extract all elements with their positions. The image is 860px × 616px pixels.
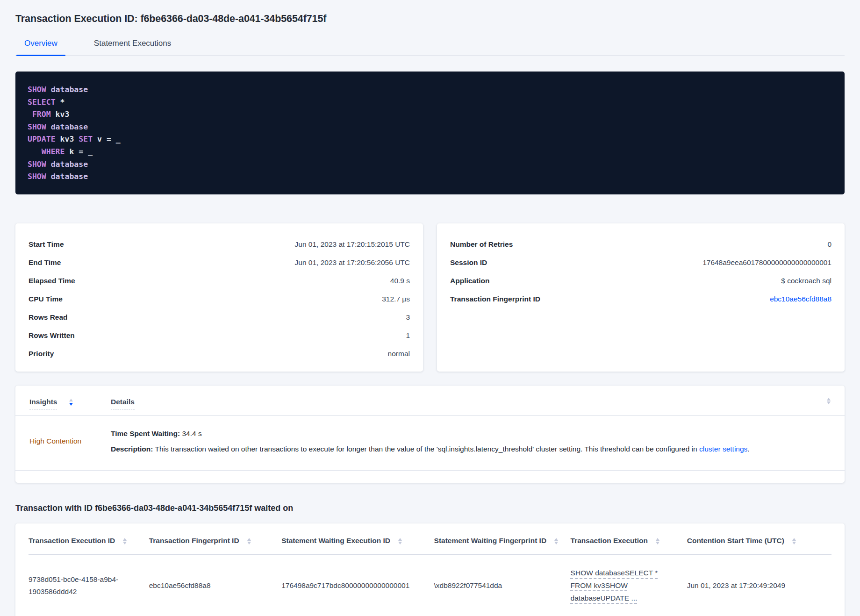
summary-value: Jun 01, 2023 at 17:20:15:2015 UTC	[295, 240, 410, 249]
summary-row: Rows Read3	[29, 308, 410, 327]
summary-row: CPU Time312.7 µs	[29, 290, 410, 308]
column-header[interactable]: Contention Start Time (UTC)	[687, 537, 784, 548]
summary-value: 1	[406, 331, 410, 340]
sql-line: FROM kv3	[28, 108, 832, 121]
sql-line: SELECT *	[28, 96, 832, 109]
insights-table: Insights Details High Contention Time Sp…	[15, 386, 845, 483]
summary-label: Application	[450, 277, 489, 285]
summary-row: Elapsed Time40.9 s	[29, 272, 410, 290]
tab-bar: Overview Statement Executions	[15, 39, 845, 56]
summary-label: Priority	[29, 350, 54, 358]
table-row: 9738d051-bc0e-4158-a9b4-1903586ddd42ebc1…	[29, 555, 831, 616]
summary-label: Rows Written	[29, 331, 75, 340]
sort-icon[interactable]	[656, 538, 659, 545]
column-header[interactable]: Transaction Execution	[571, 537, 648, 548]
waited-on-grid: Transaction Execution IDTransaction Fing…	[29, 537, 831, 616]
summary-value: 40.9 s	[390, 277, 410, 285]
summary-value-link[interactable]: ebc10ae56cfd88a8	[770, 295, 831, 303]
table-cell-value: 176498a9c717bdc80000000000000001	[281, 581, 409, 589]
sort-icon[interactable]	[554, 538, 558, 545]
waited-on-heading: Transaction with ID f6be6366-da03-48de-a…	[15, 503, 845, 513]
sort-icon[interactable]	[69, 399, 73, 406]
transaction-execution-preview-link[interactable]: SHOW databaseSELECT * FROM kv3SHOW datab…	[571, 569, 658, 602]
summary-row: Rows Written1	[29, 327, 410, 345]
column-header[interactable]: Transaction Fingerprint ID	[149, 537, 239, 548]
insights-table-header: Insights Details	[15, 398, 845, 416]
table-cell-value: 9738d051-bc0e-4158-a9b4-1903586ddd42	[29, 575, 118, 596]
waiting-time-line: Time Spent Waiting: 34.4 s	[111, 428, 831, 439]
sort-icon[interactable]	[398, 538, 402, 545]
sort-icon[interactable]	[247, 538, 251, 545]
column-header[interactable]: Statement Waiting Execution ID	[281, 537, 390, 548]
sql-line: SHOW database	[28, 121, 832, 134]
sql-line: SHOW database	[28, 171, 832, 183]
summary-label: Rows Read	[29, 313, 68, 322]
insight-badge: High Contention	[29, 437, 111, 445]
summary-label: Start Time	[29, 240, 64, 249]
insight-row: High Contention Time Spent Waiting: 34.4…	[15, 416, 845, 471]
summary-label: CPU Time	[29, 295, 63, 303]
summary-row: Transaction Fingerprint IDebc10ae56cfd88…	[450, 290, 831, 308]
table-cell-value: Jun 01, 2023 at 17:20:49:2049	[687, 581, 785, 589]
summary-row: Start TimeJun 01, 2023 at 17:20:15:2015 …	[29, 236, 410, 254]
waiting-time-value: 34.4 s	[180, 430, 202, 437]
summary-row: End TimeJun 01, 2023 at 17:20:56:2056 UT…	[29, 254, 410, 272]
summary-value: 3	[406, 313, 410, 322]
summary-label: End Time	[29, 258, 61, 267]
sort-icon[interactable]	[123, 538, 127, 545]
summary-row: Number of Retries0	[450, 236, 831, 254]
sql-line: SHOW database	[28, 84, 832, 96]
summary-row: Application$ cockroach sql	[450, 272, 831, 290]
sort-icon[interactable]	[792, 538, 796, 545]
column-header[interactable]: Transaction Execution ID	[29, 537, 115, 548]
column-header[interactable]: Statement Waiting Fingerprint ID	[434, 537, 547, 548]
page-title: Transaction Execution ID: f6be6366-da03-…	[15, 13, 845, 25]
summary-value: 17648a9eea6017800000000000000001	[702, 258, 831, 267]
sql-line: WHERE k = _	[28, 146, 832, 158]
insights-column-header[interactable]: Insights	[29, 398, 57, 409]
summary-value: 312.7 µs	[382, 295, 410, 303]
summary-value: normal	[388, 350, 410, 358]
summary-row: Session ID17648a9eea60178000000000000000…	[450, 254, 831, 272]
summary-cards: Start TimeJun 01, 2023 at 17:20:15:2015 …	[15, 223, 845, 372]
insight-details: Time Spent Waiting: 34.4 s Description: …	[111, 428, 831, 455]
summary-label: Elapsed Time	[29, 277, 75, 285]
sql-line: UPDATE kv3 SET v = _	[28, 133, 832, 146]
table-cell-value: \xdb8922f077541dda	[434, 581, 502, 589]
tab-overview[interactable]: Overview	[16, 39, 65, 55]
summary-value: Jun 01, 2023 at 17:20:56:2056 UTC	[295, 258, 410, 267]
waited-on-table: Transaction Execution IDTransaction Fing…	[15, 523, 845, 616]
description-line: Description: This transaction waited on …	[111, 444, 831, 454]
sql-line: SHOW database	[28, 158, 832, 171]
table-cell-value: ebc10ae56cfd88a8	[149, 581, 211, 589]
summary-card-right: Number of Retries0Session ID17648a9eea60…	[437, 223, 845, 372]
transaction-details-page: Transaction Execution ID: f6be6366-da03-…	[0, 0, 860, 616]
summary-value: 0	[827, 240, 831, 249]
description-suffix: .	[747, 445, 749, 453]
details-column-header[interactable]: Details	[111, 398, 135, 409]
sort-icon[interactable]	[827, 398, 831, 405]
summary-label: Number of Retries	[450, 240, 513, 249]
summary-row: Prioritynormal	[29, 345, 410, 363]
cluster-settings-link[interactable]: cluster settings	[699, 445, 747, 453]
summary-card-left: Start TimeJun 01, 2023 at 17:20:15:2015 …	[15, 223, 423, 372]
description-label: Description:	[111, 445, 153, 453]
summary-label: Transaction Fingerprint ID	[450, 295, 540, 303]
tab-statement-executions[interactable]: Statement Executions	[86, 39, 179, 55]
waiting-time-label: Time Spent Waiting:	[111, 430, 180, 437]
description-text: This transaction waited on other transac…	[153, 445, 699, 453]
summary-label: Session ID	[450, 258, 487, 267]
sql-box: SHOW databaseSELECT * FROM kv3SHOW datab…	[15, 72, 845, 194]
summary-value: $ cockroach sql	[781, 277, 831, 285]
